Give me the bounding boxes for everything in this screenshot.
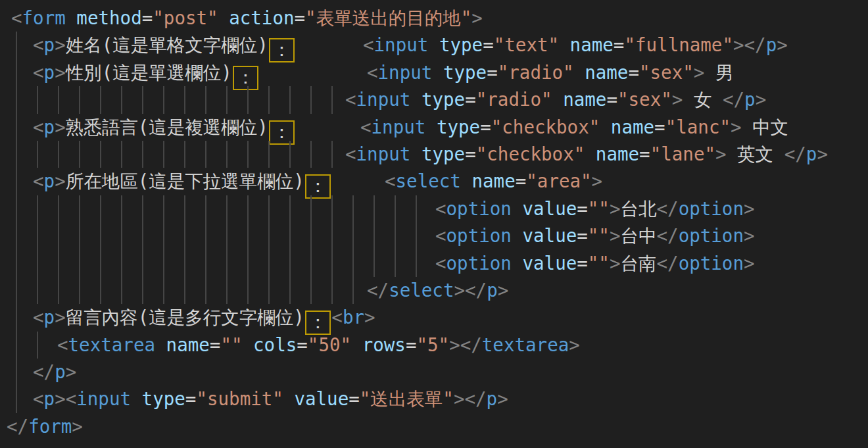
code-token: > — [715, 143, 727, 164]
code-token: < — [33, 388, 44, 409]
code-token: </ — [657, 225, 679, 246]
code-token: 性別(這是單選欄位) — [66, 62, 232, 83]
code-token: select — [396, 170, 461, 191]
code-token: p — [744, 89, 756, 110]
code-token: "radio" — [498, 62, 574, 83]
code-line[interactable]: </p> — [0, 359, 868, 386]
indent-guides — [11, 250, 435, 277]
code-line[interactable]: <textarea name="" cols="50" rows="5"></t… — [0, 332, 868, 359]
code-token: name — [461, 170, 516, 191]
code-token: = — [516, 170, 527, 191]
code-token: p — [766, 34, 777, 55]
code-token: = — [487, 62, 498, 83]
code-token: p — [806, 143, 817, 164]
code-token: "" — [220, 334, 242, 355]
code-token: > — [498, 280, 509, 301]
code-line[interactable]: <input type="radio" name="sex"> 女 </p> — [0, 86, 868, 113]
code-line[interactable]: <option value="">台中</option> — [0, 222, 868, 249]
code-line[interactable]: <option value="">台南</option> — [0, 250, 868, 277]
code-token: > — [610, 253, 621, 274]
code-token: cols — [243, 334, 297, 355]
code-token: p — [55, 361, 66, 382]
code-token: < — [57, 334, 68, 355]
code-segment: <input type="text" name="fullname"></p> — [363, 32, 788, 59]
code-token: > — [55, 34, 66, 55]
code-token: > — [744, 198, 755, 219]
code-token: ></ — [454, 280, 487, 301]
code-line[interactable]: </select></p> — [0, 277, 868, 304]
code-token: = — [465, 143, 476, 164]
code-token: = — [577, 225, 588, 246]
code-token: = — [577, 198, 588, 219]
code-token: select — [389, 280, 454, 301]
code-token: "checkbox" — [476, 143, 585, 164]
code-token: > — [55, 116, 66, 137]
code-token: > — [569, 334, 580, 355]
code-token: name — [585, 143, 639, 164]
code-line[interactable]: </form> — [0, 413, 868, 440]
code-token: < — [33, 307, 44, 328]
code-line[interactable]: <form method="post" action="表單送出的目的地"> — [0, 5, 868, 32]
code-token: < — [11, 7, 22, 28]
code-editor[interactable]: <form method="post" action="表單送出的目的地"><p… — [0, 0, 868, 448]
code-token: > — [72, 416, 83, 437]
indent-guides — [11, 386, 33, 412]
code-token: "表單送出的目的地" — [305, 7, 471, 28]
code-segment: <input type="checkbox" name="lanc"> 中文 — [360, 114, 788, 141]
code-token: < — [345, 143, 356, 164]
code-token: < — [33, 62, 44, 83]
indent-guides — [11, 141, 345, 168]
code-token: input — [372, 116, 426, 137]
code-line[interactable]: <option value="">台北</option> — [0, 195, 868, 222]
code-token: p — [44, 34, 55, 55]
code-token: textarea — [68, 334, 155, 355]
indent-guides — [11, 168, 33, 195]
code-token: p — [44, 170, 55, 191]
code-token: > — [610, 198, 621, 219]
code-token: = — [210, 334, 221, 355]
code-token: name — [574, 62, 629, 83]
code-token: 留言內容(這是多行文字欄位) — [66, 307, 304, 328]
code-token: < — [345, 89, 356, 110]
code-token: = — [577, 253, 588, 274]
code-token: 女 — [683, 89, 723, 110]
code-token: 姓名(這是單格文字欄位) — [66, 34, 268, 55]
code-token: "" — [588, 225, 610, 246]
code-token: form — [22, 7, 66, 28]
code-line[interactable]: <p>性別(這是單選欄位)：<input type="radio" name="… — [0, 59, 868, 86]
code-token: method — [66, 7, 142, 28]
code-token: = — [142, 7, 153, 28]
code-line[interactable]: <p>所在地區(這是下拉選單欄位)：<select name="area"> — [0, 168, 868, 195]
code-token: 台北 — [621, 198, 657, 219]
code-token: = — [483, 34, 494, 55]
code-line[interactable]: <p>熟悉語言(這是複選欄位)：<input type="checkbox" n… — [0, 114, 868, 141]
code-token: > — [777, 34, 788, 55]
code-token: </ — [657, 253, 679, 274]
code-token: p — [44, 307, 55, 328]
code-token: p — [487, 388, 498, 409]
code-token: type — [425, 116, 480, 137]
code-token: "lanc" — [665, 116, 731, 137]
indent-guides — [11, 222, 435, 249]
code-token: </ — [33, 361, 55, 382]
code-token: name — [155, 334, 210, 355]
code-line[interactable]: <p>姓名(這是單格文字欄位)：<input type="text" name=… — [0, 32, 868, 59]
code-token: > — [497, 388, 508, 409]
code-token: option — [446, 225, 512, 246]
code-token: > — [731, 116, 742, 137]
code-token: p — [487, 280, 498, 301]
code-token: "fullname" — [624, 34, 733, 55]
code-token: > — [610, 225, 621, 246]
code-token: "radio" — [476, 89, 552, 110]
code-token: "post" — [153, 7, 218, 28]
code-token: value — [512, 198, 577, 219]
code-area[interactable]: <form method="post" action="表單送出的目的地"><p… — [0, 5, 868, 440]
code-token: "lane" — [650, 143, 715, 164]
code-token: < — [385, 170, 396, 191]
code-line[interactable]: <p>留言內容(這是多行文字欄位)：<br> — [0, 304, 868, 331]
code-token: p — [44, 388, 55, 409]
code-token: textarea — [482, 334, 569, 355]
code-line[interactable]: <input type="checkbox" name="lane"> 英文 <… — [0, 141, 868, 168]
code-line[interactable]: <p><input type="submit" value="送出表單"></p… — [0, 386, 868, 412]
code-token: > — [55, 307, 66, 328]
